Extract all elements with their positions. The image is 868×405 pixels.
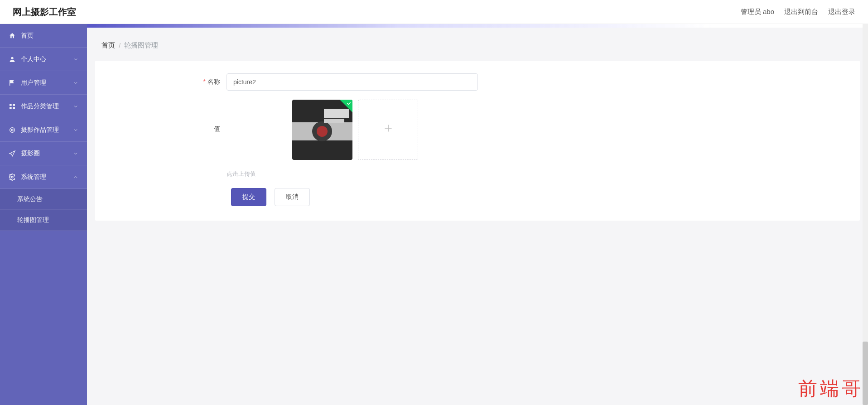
svg-rect-1	[10, 104, 12, 106]
home-icon	[8, 32, 16, 40]
sidebar-item-label: 摄影作品管理	[21, 126, 72, 134]
target-icon	[8, 126, 16, 134]
sidebar-item-users[interactable]: 用户管理	[0, 71, 87, 95]
sidebar-item-label: 作品分类管理	[21, 102, 72, 111]
sidebar-item-system[interactable]: 系统管理	[0, 165, 87, 189]
svg-point-7	[11, 176, 13, 178]
sidebar-item-label: 摄影圈	[21, 149, 72, 158]
sidebar-item-home[interactable]: 首页	[0, 24, 87, 48]
logout-link[interactable]: 退出登录	[828, 8, 855, 16]
submenu-item-notice[interactable]: 系统公告	[0, 189, 87, 210]
sidebar-item-works[interactable]: 摄影作品管理	[0, 118, 87, 142]
check-icon	[346, 101, 352, 107]
svg-rect-13	[324, 119, 344, 123]
person-icon	[8, 55, 16, 63]
breadcrumb-current: 轮播图管理	[124, 41, 158, 50]
scrollbar-track[interactable]	[863, 24, 868, 405]
name-label: *名称	[95, 73, 227, 86]
breadcrumb-home[interactable]: 首页	[101, 41, 115, 50]
to-front-link[interactable]: 退出到前台	[784, 8, 818, 16]
main: 首页 / 轮播图管理 *名称 值	[87, 24, 868, 405]
scrollbar-thumb[interactable]	[863, 342, 868, 405]
uploaded-thumbnail[interactable]	[292, 100, 352, 160]
chevron-down-icon	[72, 103, 79, 110]
cancel-button[interactable]: 取消	[275, 188, 310, 206]
required-mark: *	[203, 78, 206, 85]
upload-area	[227, 99, 842, 160]
header: 网上摄影工作室 管理员 abo 退出到前台 退出登录	[0, 0, 868, 24]
sidebar-submenu: 系统公告 轮播图管理	[0, 189, 87, 231]
sidebar-item-category[interactable]: 作品分类管理	[0, 95, 87, 118]
admin-link[interactable]: 管理员 abo	[741, 8, 774, 16]
gradient-strip	[87, 24, 868, 28]
svg-point-0	[11, 57, 13, 59]
sidebar-item-label: 用户管理	[21, 79, 72, 87]
form-row-value: 值	[95, 99, 860, 160]
svg-rect-4	[13, 107, 15, 109]
plus-icon	[382, 122, 394, 137]
upload-add-button[interactable]	[358, 100, 418, 160]
sidebar-fill	[0, 231, 87, 405]
submit-button[interactable]: 提交	[231, 188, 266, 206]
breadcrumb-sep: /	[119, 42, 121, 49]
value-label: 值	[95, 99, 227, 133]
form-row-hint: 点击上传值	[95, 168, 860, 178]
grid-icon	[8, 102, 16, 111]
svg-point-5	[10, 127, 15, 132]
name-label-text: 名称	[207, 78, 220, 85]
header-links: 管理员 abo 退出到前台 退出登录	[741, 8, 855, 16]
form-row-name: *名称	[95, 73, 860, 91]
breadcrumb: 首页 / 轮播图管理	[87, 28, 868, 61]
hint-spacer	[95, 168, 227, 173]
submenu-item-carousel[interactable]: 轮播图管理	[0, 210, 87, 231]
svg-point-6	[11, 129, 13, 131]
svg-rect-3	[10, 107, 12, 109]
form-card: *名称 值	[95, 61, 860, 221]
sidebar-item-label: 首页	[21, 32, 79, 40]
svg-point-11	[317, 126, 328, 137]
chevron-down-icon	[72, 150, 79, 157]
sidebar-item-label: 个人中心	[21, 55, 72, 63]
sidebar: 首页 个人中心 用户管理 作品分类管理	[0, 24, 87, 405]
upload-hint: 点击上传值	[227, 168, 842, 178]
chevron-down-icon	[72, 56, 79, 63]
flag-icon	[8, 79, 16, 87]
logo: 网上摄影工作室	[13, 6, 76, 18]
nav-icon	[8, 149, 16, 158]
button-row: 提交 取消	[95, 188, 860, 206]
svg-rect-2	[13, 104, 15, 106]
value-label-text: 值	[214, 125, 220, 132]
chevron-down-icon	[72, 127, 79, 133]
gear-icon	[8, 173, 16, 181]
chevron-up-icon	[72, 174, 79, 180]
watermark: 前端哥	[798, 376, 863, 401]
sidebar-item-profile[interactable]: 个人中心	[0, 48, 87, 71]
sidebar-item-circle[interactable]: 摄影圈	[0, 142, 87, 165]
name-input[interactable]	[227, 73, 478, 91]
sidebar-item-label: 系统管理	[21, 173, 72, 181]
chevron-down-icon	[72, 80, 79, 86]
